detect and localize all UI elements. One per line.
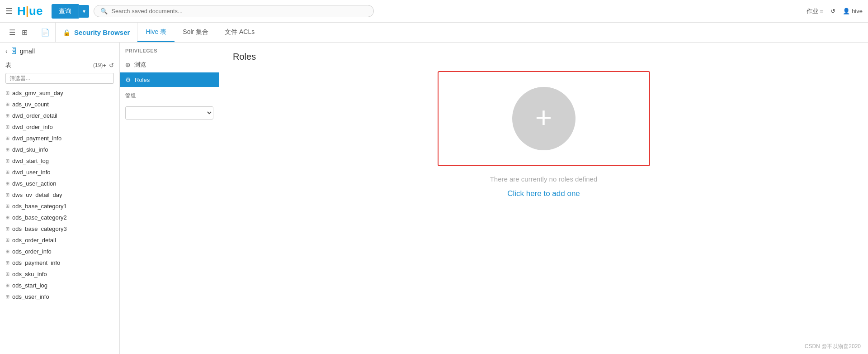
history-button[interactable]: ↺ [830,8,835,14]
grid-icon: ⊞ [5,124,9,130]
nav-right: 作业 ≡ ↺ 👤 hive [807,7,863,15]
role-dropdown-container [120,103,219,123]
table-item[interactable]: ⊞ads_uv_count [0,99,119,110]
roles-label: Roles [135,77,150,83]
left-sidebar: ‹ 🗄 gmall 表 (19) + ↺ ⊞ads_gmv_sum_day⊞ad… [0,43,120,354]
db-name: gmall [20,48,35,55]
table-item[interactable]: ⊞ads_gmv_sum_day [0,87,119,99]
tab-acls[interactable]: 文件 ACLs [217,23,263,42]
browse-label: 浏览 [134,61,146,69]
grid-icon: ⊞ [5,249,9,254]
tabs: Hive 表 Solr 集合 文件 ACLs [137,23,263,42]
browse-item[interactable]: ⊕ 浏览 [120,57,219,72]
table-item[interactable]: ⊞dwd_user_info [0,167,119,178]
grid-icon: ⊞ [5,101,9,107]
jobs-item[interactable]: 作业 ≡ [807,7,824,15]
sidebar-filter [0,71,119,87]
table-list: ⊞ads_gmv_sum_day⊞ads_uv_count⊞dwd_order_… [0,87,119,354]
right-panel: Roles + There are currently no roles def… [219,43,868,354]
table-label: 表 [5,61,93,69]
db-icon: 🗄 [10,47,17,55]
plus-icon: + [535,103,552,132]
table-item[interactable]: ⊞dwd_order_detail [0,110,119,121]
query-dropdown-button[interactable]: ▾ [79,5,89,18]
table-item[interactable]: ⊞ods_base_category3 [0,223,119,234]
grid-icon: ⊞ [5,271,9,277]
add-link[interactable]: Click here to add one [507,189,580,198]
browse-icon: ⊕ [125,61,131,68]
grid-icon: ⊞ [5,192,9,198]
grid-icon: ⊞ [5,169,9,175]
empty-box: + [438,71,650,166]
logo-h: H [17,4,26,18]
role-select[interactable] [125,106,213,120]
table-item[interactable]: ⊞ods_sku_info [0,268,119,280]
grid-icon[interactable]: ⊞ [20,26,29,38]
add-table-icon[interactable]: + [103,62,106,69]
grid-icon: ⊞ [5,90,9,96]
user-menu[interactable]: 👤 hive [843,8,863,14]
query-button[interactable]: 查询 [52,4,79,19]
table-item[interactable]: ⊞dws_user_action [0,178,119,189]
logo-pipe: | [26,4,29,18]
layers-icon[interactable]: ☰ [7,26,17,38]
roles-item[interactable]: ⚙ Roles [120,72,219,87]
empty-text: There are currently no roles defined [490,175,598,183]
table-item[interactable]: ⊞ods_base_category2 [0,212,119,223]
tab-solr[interactable]: Solr 集合 [175,23,217,42]
grid-icon: ⊞ [5,147,9,153]
main-area: ‹ 🗄 gmall 表 (19) + ↺ ⊞ads_gmv_sum_day⊞ad… [0,43,868,354]
table-item[interactable]: ⊞dws_uv_detail_day [0,189,119,201]
sidebar-header: ‹ 🗄 gmall [0,43,119,59]
table-item[interactable]: ⊞dwd_sku_info [0,144,119,155]
privileges-label: PRIVILEGES [120,48,219,57]
table-item[interactable]: ⊞ods_order_detail [0,234,119,246]
search-input[interactable] [111,8,367,14]
logo-ue: ue [29,4,42,18]
second-nav: ☰ ⊞ 📄 🔒 Security Browser Hive 表 Solr 集合 … [0,23,868,43]
table-item[interactable]: ⊞ods_start_log [0,280,119,291]
grid-icon: ⊞ [5,226,9,232]
middle-panel: PRIVILEGES ⊕ 浏览 ⚙ Roles 管组 [120,43,219,354]
grid-icon: ⊞ [5,135,9,141]
doc-icon[interactable]: 📄 [35,23,56,42]
table-count: (19) [93,62,103,68]
hamburger-icon[interactable]: ☰ [5,6,13,16]
group-label: 管组 [120,87,219,103]
grid-icon: ⊞ [5,282,9,288]
top-nav: ☰ H|ue 查询 ▾ 🔍 作业 ≡ ↺ 👤 hive [0,0,868,23]
user-icon: 👤 [843,8,850,14]
grid-icon: ⊞ [5,215,9,220]
username: hive [852,8,863,14]
jobs-label: 作业 [807,7,818,15]
table-item[interactable]: ⊞ods_payment_info [0,257,119,268]
query-btn-group: 查询 ▾ [52,4,89,19]
roles-icon: ⚙ [125,76,131,83]
list-icon: ≡ [820,8,824,14]
search-icon: 🔍 [100,8,108,14]
grid-icon: ⊞ [5,203,9,209]
back-icon[interactable]: ‹ [5,48,8,55]
page-title: Security Browser [74,29,130,36]
sidebar-table-header: 表 (19) + ↺ [0,59,119,71]
refresh-table-icon[interactable]: ↺ [109,62,114,69]
grid-icon: ⊞ [5,158,9,164]
grid-icon: ⊞ [5,237,9,243]
table-item[interactable]: ⊞ods_base_category1 [0,201,119,212]
second-nav-icons: ☰ ⊞ [7,23,35,42]
page-title-area: 🔒 Security Browser [56,23,137,42]
roles-title: Roles [228,52,859,62]
add-circle[interactable]: + [512,87,576,150]
table-item[interactable]: ⊞dwd_order_info [0,121,119,133]
lock-icon: 🔒 [63,29,71,36]
table-filter-input[interactable] [5,73,114,84]
history-icon: ↺ [830,8,835,14]
table-item[interactable]: ⊞dwd_payment_info [0,133,119,144]
footer: CSDN @不以物喜2020 [805,343,861,350]
grid-icon: ⊞ [5,181,9,187]
tab-hive[interactable]: Hive 表 [137,23,175,42]
table-item[interactable]: ⊞ods_user_info [0,291,119,302]
table-item[interactable]: ⊞ods_order_info [0,246,119,257]
logo[interactable]: H|ue [17,4,42,18]
table-item[interactable]: ⊞dwd_start_log [0,155,119,167]
